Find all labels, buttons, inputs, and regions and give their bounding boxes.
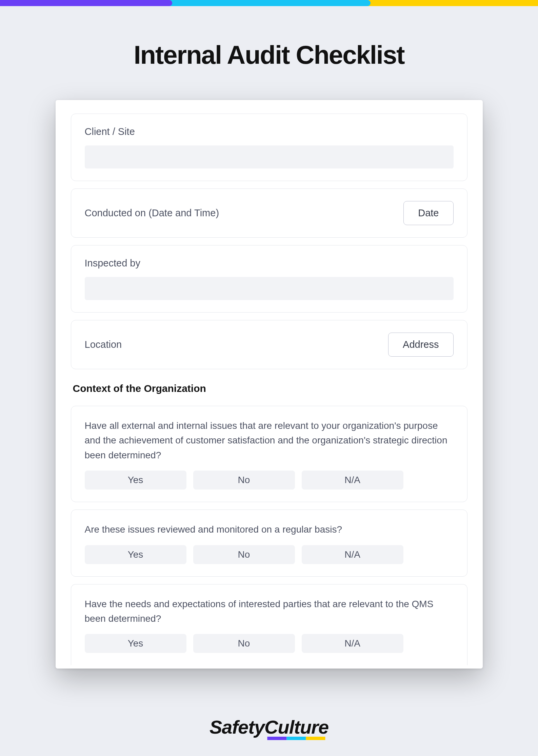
page-title: Internal Audit Checklist [0,40,538,69]
option-row: Yes No N/A [85,545,454,564]
date-button[interactable]: Date [403,201,453,225]
option-no[interactable]: No [193,545,295,564]
question-card-0: Have all external and internal issues th… [71,406,467,502]
brand-text: SafetyCulture [210,716,328,738]
question-text: Have the needs and expectations of inter… [85,597,454,626]
option-na[interactable]: N/A [302,471,403,490]
field-inspected-by: Inspected by [71,245,467,313]
inspected-by-input[interactable] [85,277,454,300]
stripe-cyan [166,0,371,6]
stripe-yellow [364,0,538,6]
brand-logo: SafetyCulture [210,716,328,738]
section-heading: Context of the Organization [73,383,467,394]
option-yes[interactable]: Yes [85,545,186,564]
option-na[interactable]: N/A [302,545,403,564]
inspected-by-label: Inspected by [85,258,454,269]
field-client-site: Client / Site [71,114,467,181]
location-label: Location [85,339,122,350]
form-container: Client / Site Conducted on (Date and Tim… [56,100,483,669]
option-row: Yes No N/A [85,634,454,653]
field-conducted-on: Conducted on (Date and Time) Date [71,188,467,238]
field-location: Location Address [71,320,467,369]
brand-underline [267,737,325,740]
question-text: Have all external and internal issues th… [85,418,454,462]
option-no[interactable]: No [193,634,295,653]
client-site-input[interactable] [85,145,454,168]
option-row: Yes No N/A [85,471,454,490]
option-no[interactable]: No [193,471,295,490]
option-na[interactable]: N/A [302,634,403,653]
question-card-2: Have the needs and expectations of inter… [71,584,467,665]
conducted-on-label: Conducted on (Date and Time) [85,207,219,219]
address-button[interactable]: Address [388,333,453,357]
top-accent-stripe [0,0,538,6]
option-yes[interactable]: Yes [85,471,186,490]
question-text: Are these issues reviewed and monitored … [85,522,454,537]
question-card-1: Are these issues reviewed and monitored … [71,510,467,576]
option-yes[interactable]: Yes [85,634,186,653]
client-site-label: Client / Site [85,126,454,137]
stripe-purple [0,0,172,6]
